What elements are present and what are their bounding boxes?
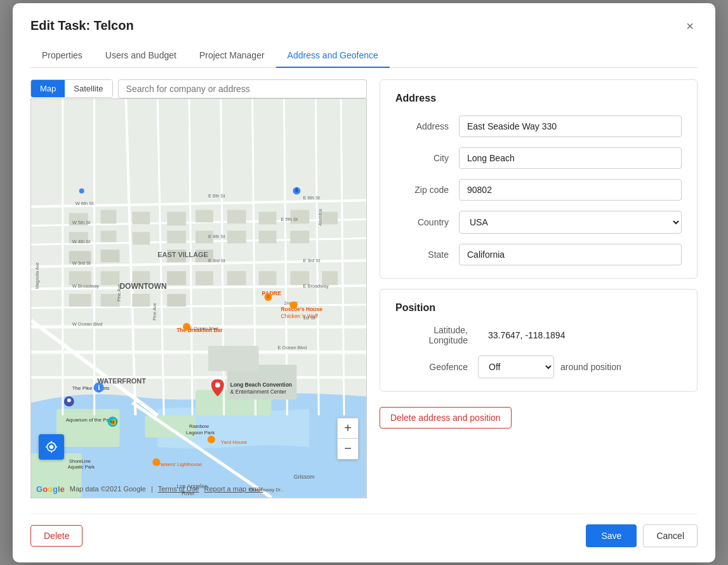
svg-rect-56 xyxy=(69,294,91,307)
map-section: Map Satellite xyxy=(30,79,367,498)
svg-rect-53 xyxy=(259,271,277,285)
svg-rect-58 xyxy=(132,294,150,307)
state-input[interactable] xyxy=(459,244,682,265)
svg-text:W 4th St: W 4th St xyxy=(72,239,91,244)
map-zoom-controls: + − xyxy=(337,418,359,460)
svg-text:Lagoon Park: Lagoon Park xyxy=(186,430,215,435)
satellite-button[interactable]: Satellite xyxy=(65,80,112,97)
tab-bar: Properties Users and Budget Project Mana… xyxy=(30,44,698,68)
tab-address-geofence[interactable]: Address and Geofence xyxy=(276,44,390,68)
my-location-button[interactable] xyxy=(39,434,64,460)
svg-text:E 6th St: E 6th St xyxy=(303,194,320,200)
delete-button[interactable]: Delete xyxy=(30,525,83,547)
cancel-button[interactable]: Cancel xyxy=(643,524,698,547)
content-area: Map Satellite xyxy=(30,79,698,498)
svg-rect-41 xyxy=(259,211,277,224)
svg-text:Long Beach Convention: Long Beach Convention xyxy=(230,382,292,388)
svg-text:E 4th St: E 4th St xyxy=(208,234,225,239)
svg-rect-34 xyxy=(167,211,186,225)
svg-rect-52 xyxy=(227,271,246,285)
zipcode-input[interactable] xyxy=(459,179,682,201)
svg-rect-3 xyxy=(56,409,120,447)
zoom-in-button[interactable]: + xyxy=(338,418,358,439)
svg-text:E 6th St: E 6th St xyxy=(208,192,225,198)
svg-rect-28 xyxy=(132,211,150,224)
svg-rect-27 xyxy=(101,209,117,223)
google-logo: Google xyxy=(36,484,65,494)
country-label: Country xyxy=(395,217,459,227)
svg-point-107 xyxy=(208,435,215,443)
svg-rect-46 xyxy=(290,230,309,243)
map-data-text: Map data ©2021 Google xyxy=(70,485,146,493)
svg-text:ℹ: ℹ xyxy=(98,384,100,391)
city-label: City xyxy=(395,153,459,163)
separator: | xyxy=(151,485,153,493)
city-input[interactable] xyxy=(459,147,682,169)
delete-address-button[interactable]: Delete address and position xyxy=(380,407,512,429)
svg-text:W 3rd St: W 3rd St xyxy=(72,260,91,266)
svg-rect-48 xyxy=(101,271,120,285)
map-button[interactable]: Map xyxy=(31,80,65,97)
position-card-title: Position xyxy=(395,302,682,314)
map-report-link[interactable]: Report a map error xyxy=(204,485,263,493)
address-card: Address Address City Zip code xyxy=(380,79,698,279)
svg-rect-43 xyxy=(259,230,277,243)
svg-text:🐠: 🐠 xyxy=(109,418,117,426)
svg-text:WATERFRONT: WATERFRONT xyxy=(98,377,147,385)
svg-text:Magnolia Ave: Magnolia Ave xyxy=(35,262,40,289)
address-row: Address xyxy=(395,116,682,137)
svg-text:Aquatic Park: Aquatic Park xyxy=(68,463,95,469)
geofence-row: Geofence Off 100m 250m 500m 1km 5km arou… xyxy=(395,356,682,378)
svg-text:W Ocean Blvd: W Ocean Blvd xyxy=(72,321,103,326)
zoom-out-button[interactable]: − xyxy=(338,439,358,459)
svg-rect-33 xyxy=(132,232,150,244)
svg-text:W 6th St: W 6th St xyxy=(76,200,95,206)
svg-point-106 xyxy=(183,322,190,330)
svg-text:W 5th St: W 5th St xyxy=(72,220,91,225)
close-button[interactable]: × xyxy=(682,18,698,34)
svg-text:The Pike Outlets: The Pike Outlets xyxy=(72,385,110,391)
state-label: State xyxy=(395,249,459,260)
map-toggle: Map Satellite xyxy=(30,79,113,98)
map-search-input[interactable] xyxy=(118,79,367,98)
map-terms-link[interactable]: Terms of Use xyxy=(158,485,199,493)
address-input[interactable] xyxy=(459,116,682,137)
svg-point-105 xyxy=(289,301,297,309)
svg-point-115 xyxy=(215,382,220,387)
zipcode-row: Zip code xyxy=(395,179,682,201)
svg-text:E Broadway: E Broadway xyxy=(303,283,329,289)
address-card-title: Address xyxy=(395,93,682,104)
svg-text:Yard House: Yard House xyxy=(221,439,248,445)
svg-rect-50 xyxy=(167,271,186,285)
city-row: City xyxy=(395,147,682,169)
svg-text:E 3rd St: E 3rd St xyxy=(303,258,321,263)
geofence-label: Geofence xyxy=(395,362,478,372)
svg-text:ShoreLine: ShoreLine xyxy=(69,458,91,464)
svg-text:1st St: 1st St xyxy=(303,314,315,320)
save-button[interactable]: Save xyxy=(586,524,637,547)
map-container[interactable]: EAST VILLAGE DOWNTOWN WATERFRONT PADRE R… xyxy=(30,98,367,498)
modal: Edit Task: Telcon × Properties Users and… xyxy=(13,3,715,562)
svg-rect-32 xyxy=(101,249,120,262)
tab-properties[interactable]: Properties xyxy=(30,44,94,68)
svg-text:EAST VILLAGE: EAST VILLAGE xyxy=(157,251,208,258)
right-section: Address Address City Zip code xyxy=(380,79,698,498)
svg-rect-30 xyxy=(101,230,117,242)
country-select[interactable]: USA Canada Mexico UK Germany France xyxy=(459,211,682,234)
svg-point-108 xyxy=(152,458,160,466)
modal-title: Edit Task: Telcon xyxy=(30,18,134,33)
svg-rect-61 xyxy=(208,345,259,371)
address-label: Address xyxy=(395,121,459,131)
zipcode-label: Zip code xyxy=(395,185,459,195)
svg-rect-36 xyxy=(167,230,186,243)
svg-text:Pine Ave: Pine Ave xyxy=(152,303,157,321)
tab-users-budget[interactable]: Users and Budget xyxy=(94,44,188,68)
svg-text:& Entertainment Center: & Entertainment Center xyxy=(230,389,287,395)
svg-point-114 xyxy=(67,398,71,402)
tab-project-manager[interactable]: Project Manager xyxy=(188,44,276,68)
svg-text:E Ocean Blvd: E Ocean Blvd xyxy=(189,325,218,331)
map-footer: Google Map data ©2021 Google | Terms of … xyxy=(36,484,361,494)
svg-text:E Ocean Blvd: E Ocean Blvd xyxy=(278,344,307,350)
svg-rect-40 xyxy=(227,209,246,223)
geofence-select[interactable]: Off 100m 250m 500m 1km 5km xyxy=(478,356,554,378)
